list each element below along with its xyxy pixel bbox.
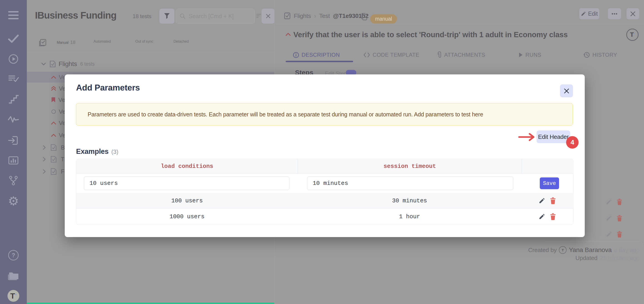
tab-count: 18 — [70, 39, 76, 45]
tab-detached[interactable]: Detached — [174, 39, 189, 43]
ellipsis-icon — [612, 13, 618, 15]
suite-file-icon — [50, 144, 57, 151]
modal-close-button[interactable] — [560, 84, 573, 97]
tab-manual[interactable]: Manual 18 — [57, 39, 76, 45]
help-icon[interactable]: ? — [7, 249, 20, 262]
chevron-right-icon — [43, 157, 46, 162]
created-by-line: Created by T Yana Baranova a day ago — [528, 246, 640, 254]
info-banner: Parameters are used to create data-drive… — [76, 103, 573, 125]
examples-count: (3) — [111, 148, 118, 155]
param-input-session-timeout[interactable] — [307, 177, 513, 190]
breadcrumb-page: Test — [319, 12, 330, 19]
tab-label: ATTACHMENTS — [444, 52, 485, 58]
tab-out-of-sync[interactable]: Out of sync — [135, 39, 153, 43]
edit-label: Edit — [588, 10, 598, 17]
reports-chart-icon[interactable] — [7, 154, 20, 167]
active-tab-underline — [286, 61, 353, 62]
tab-description[interactable]: DESCRIPTION — [293, 50, 340, 59]
tab-runs[interactable]: RUNS — [518, 50, 541, 59]
background-row-actions — [606, 199, 622, 205]
column-header-actions — [522, 159, 573, 174]
search-input[interactable] — [188, 13, 250, 20]
info-icon — [293, 52, 299, 58]
updated-time: 21 minutes ago — [600, 255, 640, 262]
parameters-table: load conditions session timeout Save 100… — [76, 159, 574, 225]
import-icon[interactable] — [7, 134, 20, 147]
progress-bar — [27, 303, 274, 304]
play-icon — [518, 52, 523, 58]
bookmark-icon — [51, 97, 56, 103]
history-clock-icon — [584, 52, 590, 58]
background-section-border — [545, 241, 642, 246]
info-banner-text: Parameters are used to create data-drive… — [88, 111, 483, 118]
priority-high-icon — [51, 121, 56, 125]
tree-folder-flights[interactable]: Flights 6 tests — [27, 58, 274, 69]
tab-code-template[interactable]: CODE TEMPLATE — [363, 50, 420, 59]
tab-history[interactable]: HISTORY — [584, 50, 617, 59]
tests-check-icon[interactable] — [7, 32, 20, 45]
param-cell: 1 hour — [298, 213, 522, 220]
delete-row-button[interactable] — [550, 213, 556, 220]
priority-high-icon — [51, 134, 56, 137]
edit-row-button[interactable] — [539, 198, 545, 204]
test-plans-icon[interactable] — [7, 73, 20, 85]
pencil-icon — [581, 11, 586, 16]
tab-label: Automated — [94, 39, 111, 43]
filter-button[interactable] — [160, 9, 174, 23]
annotation-arrow-icon — [518, 132, 536, 142]
breadcrumb-separator: › — [314, 12, 316, 19]
menu-icon[interactable] — [7, 9, 20, 21]
priority-none-icon — [51, 109, 56, 114]
delete-row-button[interactable] — [550, 197, 556, 204]
pencil-icon[interactable] — [606, 199, 612, 205]
close-icon — [630, 11, 636, 16]
checklist-icon — [284, 12, 291, 19]
close-panel-button[interactable] — [626, 8, 639, 19]
branch-icon[interactable] — [7, 174, 20, 187]
param-cell: 1000 users — [76, 213, 298, 220]
priority-highest-icon — [51, 86, 56, 91]
tab-automated[interactable]: Automated — [94, 39, 111, 43]
copy-icon[interactable] — [360, 13, 368, 21]
pencil-icon[interactable] — [606, 231, 612, 237]
edit-button[interactable]: Edit — [579, 8, 599, 19]
new-parameter-row: Save — [76, 174, 573, 193]
edit-row-button[interactable] — [539, 214, 545, 220]
modal-title: Add Parameters — [76, 83, 140, 93]
param-input-load-conditions[interactable] — [84, 177, 289, 190]
trash-icon[interactable] — [617, 215, 622, 221]
suite-file-icon — [50, 156, 57, 163]
save-button[interactable]: Save — [540, 177, 559, 189]
tests-count: 18 tests — [132, 13, 151, 19]
runs-play-icon[interactable] — [7, 53, 20, 65]
sort-icon[interactable] — [256, 13, 262, 19]
tab-label: Manual — [57, 41, 68, 45]
chevron-down-icon — [41, 62, 46, 65]
pencil-icon[interactable] — [606, 215, 612, 221]
priority-high-icon — [286, 33, 291, 36]
checklist-icon[interactable] — [39, 39, 46, 47]
app-logo[interactable]: T' — [8, 290, 19, 302]
suite-file-icon — [50, 60, 56, 68]
funnel-icon — [164, 13, 170, 19]
close-filter-button[interactable] — [262, 9, 274, 23]
column-header: load conditions — [76, 159, 298, 174]
param-cell: 100 users — [76, 197, 298, 204]
breadcrumb: Flights › Test @T1e9301b2 — [284, 12, 368, 19]
breadcrumb-section[interactable]: Flights — [294, 12, 311, 19]
app-screen: ⚙ ? T' IBusiness Funding 18 tests Manual — [0, 0, 644, 304]
assignee-avatar[interactable]: T' — [626, 28, 638, 41]
paperclip-icon — [437, 51, 442, 58]
trash-icon[interactable] — [617, 199, 622, 205]
tab-attachments[interactable]: ATTACHMENTS — [437, 50, 485, 59]
trash-icon[interactable] — [617, 231, 622, 238]
more-button[interactable] — [608, 8, 621, 19]
background-row-actions — [606, 231, 622, 238]
projects-folder-icon[interactable] — [7, 270, 20, 282]
user-avatar: T — [559, 246, 566, 254]
folder-meta: 6 tests — [80, 61, 94, 67]
edit-header-button[interactable]: Edit Header — [536, 130, 570, 143]
steps-icon[interactable] — [7, 93, 20, 106]
activity-pulse-icon[interactable] — [7, 113, 20, 126]
settings-gear-icon[interactable]: ⚙ — [7, 195, 20, 207]
